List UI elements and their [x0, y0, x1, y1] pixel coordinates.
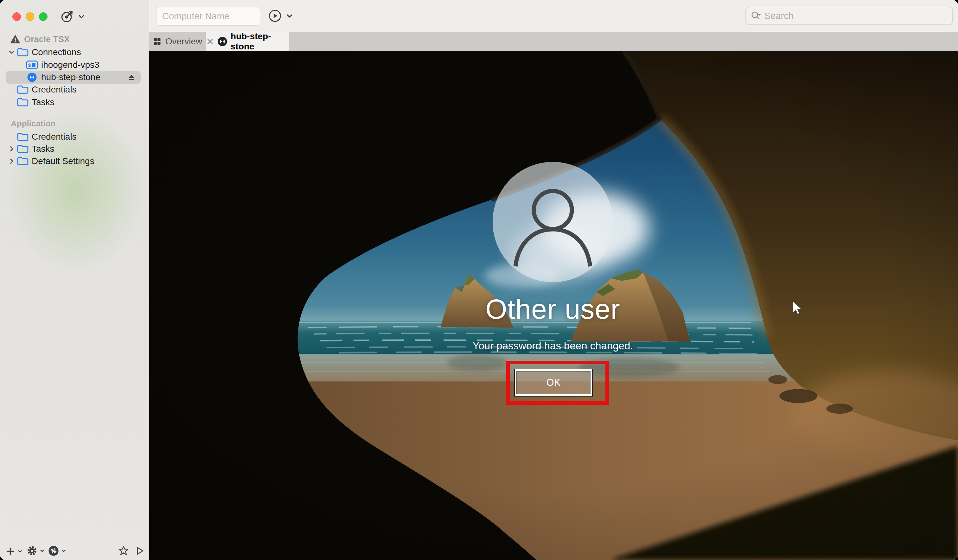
- warning-icon: [9, 34, 22, 44]
- sidebar-item-tasks[interactable]: Tasks: [0, 96, 147, 109]
- sidebar: Oracle TSX Connections $ ihoogend-vps3: [0, 0, 149, 560]
- folder-icon: [16, 144, 30, 154]
- document-header[interactable]: Oracle TSX: [0, 33, 147, 46]
- target-icon: [60, 10, 74, 24]
- search-input[interactable]: [764, 10, 948, 22]
- annotation-rectangle: [506, 361, 609, 405]
- sidebar-item-label: ihoogend-vps3: [41, 60, 100, 70]
- lock-screen-message: Your password has been changed.: [426, 340, 680, 352]
- ad-hoc-connect-button[interactable]: [60, 10, 86, 24]
- sidebar-item-label: Credentials: [32, 84, 77, 95]
- window-controls: [12, 12, 48, 21]
- tab-label: Overview: [165, 36, 202, 46]
- sidebar-item-ihoogend-vps3[interactable]: $ ihoogend-vps3: [0, 59, 147, 71]
- svg-text:$: $: [28, 62, 31, 68]
- sidebar-item-label: Tasks: [32, 144, 54, 154]
- search-field: [745, 6, 953, 25]
- rdp-connection-icon: [217, 36, 227, 46]
- computer-name-combo: [156, 6, 260, 25]
- app-window: Oracle TSX Connections $ ihoogend-vps3: [0, 0, 958, 560]
- sidebar-item-label: hub-step-stone: [41, 72, 100, 82]
- remote-session-screen[interactable]: Other user Your password has been change…: [149, 51, 958, 560]
- tab-bar: Overview hub-step-stone: [149, 32, 958, 51]
- favorites-star-button[interactable]: [118, 545, 129, 556]
- chevron-down-icon[interactable]: [285, 12, 293, 20]
- section-header-label: Application: [11, 119, 56, 128]
- grid-icon: [153, 37, 162, 46]
- chevron-down-icon: [77, 12, 86, 21]
- sidebar-item-credentials[interactable]: Credentials: [0, 83, 147, 96]
- search-icon: [750, 10, 761, 21]
- connect-play-group: [268, 9, 293, 22]
- chevron-right-icon[interactable]: [8, 145, 16, 152]
- sidebar-item-label: Connections: [32, 47, 81, 57]
- zoom-window-button[interactable]: [39, 12, 48, 21]
- folder-icon: [16, 48, 30, 57]
- chevron-right-icon[interactable]: [8, 158, 16, 165]
- tab-overview[interactable]: Overview: [149, 32, 206, 51]
- tab-label: hub-step-stone: [231, 31, 289, 52]
- toolbar: [149, 0, 958, 32]
- sidebar-item-app-tasks[interactable]: Tasks: [0, 143, 147, 155]
- chevron-down-icon: [61, 548, 67, 554]
- sidebar-footer-toolbar: [0, 542, 149, 560]
- chevron-down-icon: [17, 549, 23, 554]
- folder-icon: [16, 132, 30, 141]
- sidebar-item-connections[interactable]: Connections: [0, 46, 147, 59]
- rdp-connection-icon: [25, 72, 39, 82]
- sidebar-item-label: Credentials: [32, 132, 77, 142]
- add-object-button[interactable]: [6, 547, 23, 556]
- sidebar-item-app-credentials[interactable]: Credentials: [0, 130, 147, 143]
- folder-icon: [16, 85, 30, 94]
- computer-name-input[interactable]: [157, 11, 260, 22]
- close-window-button[interactable]: [12, 12, 21, 21]
- tab-hub-step-stone[interactable]: hub-step-stone: [206, 32, 289, 51]
- sidebar-item-label: Default Settings: [32, 156, 94, 166]
- lock-screen-user-label: Other user: [426, 293, 680, 325]
- main-column: Overview hub-step-stone: [149, 0, 958, 560]
- mouse-cursor: [792, 301, 803, 316]
- folder-icon: [16, 157, 30, 166]
- sidebar-item-label: Tasks: [32, 97, 54, 107]
- settings-gear-button[interactable]: [27, 546, 45, 556]
- transfer-status-button[interactable]: [48, 546, 67, 556]
- chevron-down-icon: [39, 548, 45, 554]
- person-icon: [493, 162, 613, 282]
- minimize-window-button[interactable]: [26, 12, 34, 21]
- dry-run-play-button[interactable]: [134, 546, 145, 556]
- chevron-down-icon[interactable]: [8, 49, 16, 56]
- folder-icon: [16, 98, 30, 107]
- sidebar-item-hub-step-stone[interactable]: hub-step-stone: [0, 71, 147, 84]
- close-tab-icon[interactable]: [206, 37, 214, 46]
- connect-play-button[interactable]: [268, 9, 282, 22]
- disconnect-eject-button[interactable]: [127, 73, 136, 82]
- user-avatar: [493, 162, 613, 282]
- application-section-header: Application: [0, 117, 147, 130]
- terminal-connection-icon: $: [25, 60, 39, 70]
- document-name: Oracle TSX: [24, 35, 70, 44]
- sidebar-item-default-settings[interactable]: Default Settings: [0, 155, 147, 168]
